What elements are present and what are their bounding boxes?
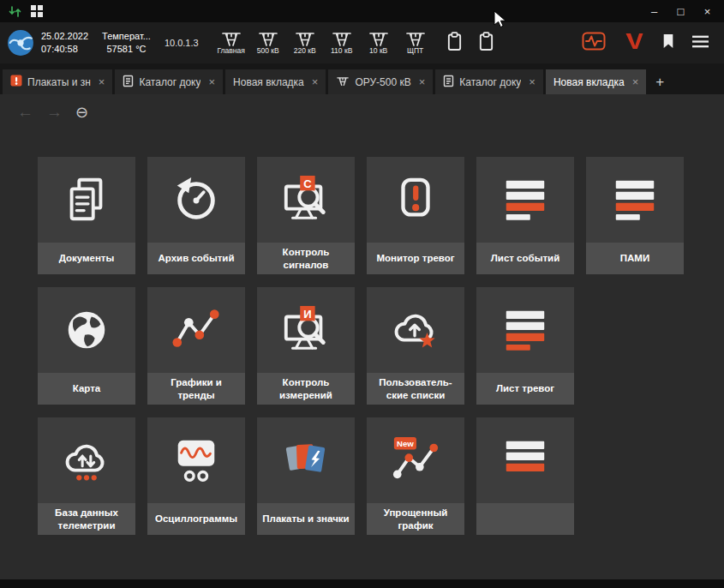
tab-close-icon[interactable]: × [419,75,426,88]
tile-placards-badges[interactable]: Плакаты и значки [257,417,355,535]
tab-close-icon[interactable]: × [99,75,105,88]
tile-user-lists[interactable]: Пользователь-ские списки [367,287,464,405]
tile-unnamed-list[interactable] [476,417,574,535]
tile-label: Плакаты и значки [257,503,355,535]
list-icon [586,157,684,243]
signal-control-icon: С [257,157,355,243]
window-controls: – □ × [641,0,721,22]
tab-close-icon[interactable]: × [529,75,536,88]
temperature-block: Температ... 57581 °C [102,30,151,56]
tile-map[interactable]: Карта [38,287,135,405]
globe-icon [38,287,135,373]
tile-label: База данных телеметрии [38,503,135,535]
maximize-button[interactable]: □ [667,0,694,22]
document-icon [123,75,134,90]
bookmark-icon[interactable] [662,33,674,52]
tab-label: Плакаты и зн [27,76,91,88]
temperature-label: Температ... [102,30,151,43]
tile-label: Лист событий [476,243,574,274]
pylon-icon [368,31,390,46]
tile-oscillograms[interactable]: Осциллограммы [147,417,245,535]
tab-new-2-active[interactable]: Новая вкладка × [546,69,646,94]
tile-telemetry-db[interactable]: База данных телеметрии [38,417,135,535]
oscillogram-icon [147,417,245,503]
pylon-icon [220,31,242,46]
tile-event-archive[interactable]: Архив событий [147,157,245,274]
tile-measure-control[interactable]: И Контроль измерений [257,287,355,405]
tile-label: Контроль сигналов [257,243,355,274]
tile-label: Карта [38,373,135,405]
tab-new-1[interactable]: Новая вкладка × [225,69,326,94]
scheme-button-220kv[interactable]: 220 кВ [288,31,322,55]
tile-label: Документы [38,243,135,274]
clipboard-icon[interactable] [446,32,463,55]
svg-text:С: С [303,177,312,190]
time-text: 07:40:58 [41,43,88,56]
minimize-button[interactable]: – [641,0,667,22]
status-bar [0,579,724,588]
tile-label: Пользователь-ские списки [367,373,464,405]
placards-icon [257,417,355,503]
scheme-button-500kv[interactable]: 500 кВ [251,31,285,55]
scheme-button-schpt[interactable]: ЩПТ [398,31,433,55]
tab-label: Новая вкладка [233,76,304,88]
history-icon [147,157,245,243]
hamburger-menu-icon[interactable] [692,35,709,51]
collapse-menu-icon[interactable]: ⊖ [75,103,88,122]
pylon-icon [294,31,316,46]
forward-button[interactable]: → [46,103,63,122]
tile-documents[interactable]: Документы [38,157,135,274]
tile-label: ПАМИ [586,243,684,274]
tab-close-icon[interactable]: × [208,75,215,88]
tile-alarm-list[interactable]: Лист тревог [476,287,574,405]
pylon-icon [257,31,279,46]
event-list-icon [476,157,574,243]
tile-alarm-monitor[interactable]: Монитор тревог [367,157,464,274]
tile-simple-chart[interactable]: New Упрощенный график [367,417,464,535]
tile-charts-trends[interactable]: Графики и тренды [147,287,245,405]
content-area: ← → ⊖ Документы [0,94,724,579]
app-window: – □ × 25.02.2022 07:40:58 Температ... 5 [0,0,724,588]
toolbar-right-icons [581,32,717,54]
tab-document-catalog[interactable]: Каталог доку × [115,69,223,94]
tile-label: Монитор тревог [367,243,464,274]
navigation-bar: ← → ⊖ [0,94,724,122]
scheme-button-main[interactable]: Главная [214,31,248,55]
tile-label: Осциллограммы [147,503,245,535]
tile-event-list[interactable]: Лист событий [476,157,574,274]
cloud-star-icon [367,287,464,373]
datetime-block: 25.02.2022 07:40:58 [41,30,88,56]
tab-close-icon[interactable]: × [312,75,319,88]
telemetry-cloud-icon [38,417,135,503]
waveform-button[interactable] [581,32,607,54]
alarm-v-icon[interactable] [625,33,644,53]
back-button[interactable]: ← [17,103,33,122]
tile-label: Лист тревог [476,373,574,405]
simple-chart-icon: New [367,417,464,503]
close-button[interactable]: × [694,0,721,22]
toolbar: 25.02.2022 07:40:58 Температ... 57581 °C… [0,22,724,63]
version-text: 10.0.1.3 [165,38,199,48]
alarm-list-icon [476,287,574,373]
tile-grid: Документы Архив событий [38,157,684,535]
scheme-button-110kv[interactable]: 110 кВ [325,31,359,55]
tile-pami[interactable]: ПАМИ [586,157,684,274]
tab-bar: Плакаты и зн × Каталог доку × Новая вкла… [0,63,724,94]
trends-icon [147,287,245,373]
tab-label: ОРУ-500 кВ [355,76,410,88]
date-text: 25.02.2022 [41,30,88,43]
tile-signal-control[interactable]: С Контроль сигналов [257,157,355,274]
grid-apps-icon[interactable] [26,0,48,22]
alarm-monitor-icon [367,157,464,243]
new-tab-button[interactable]: + [649,69,671,94]
tab-document-catalog-2[interactable]: Каталог доку × [435,69,543,94]
pylon-icon [404,31,427,46]
tile-label [476,503,574,535]
tab-close-icon[interactable]: × [632,75,639,88]
tab-placards[interactable]: Плакаты и зн × [3,69,112,94]
clipboard-icon[interactable] [478,32,494,55]
scheme-buttons: Главная 500 кВ 220 кВ 110 кВ [214,31,433,55]
pylon-icon [331,31,353,46]
scheme-button-10kv[interactable]: 10 кВ [362,31,396,55]
tab-oru-500[interactable]: ОРУ-500 кВ × [328,69,433,94]
